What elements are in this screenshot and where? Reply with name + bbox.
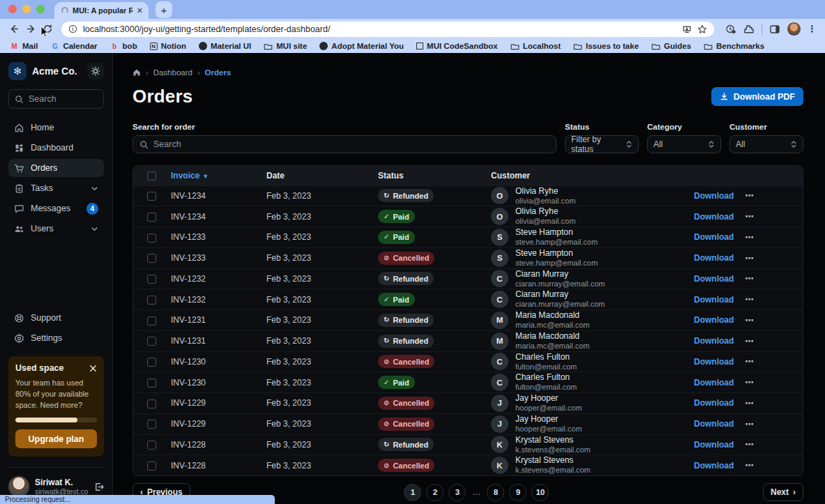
select-all-checkbox[interactable] [147,171,156,181]
bookmark-star-icon[interactable] [697,24,707,34]
row-checkbox[interactable] [147,234,156,243]
page-2-button[interactable]: 2 [426,484,444,501]
site-info-icon[interactable] [68,24,77,33]
more-actions-icon[interactable]: ⋯ [745,336,755,346]
row-checkbox[interactable] [147,379,156,388]
row-checkbox[interactable] [147,358,156,367]
forward-button[interactable] [22,21,39,38]
close-icon[interactable] [89,365,97,372]
sidebar-item-users[interactable]: Users [8,220,104,238]
download-pdf-button[interactable]: Download PDF [711,87,803,106]
upgrade-plan-button[interactable]: Upgrade plan [15,429,97,448]
privacy-icon[interactable] [725,24,736,35]
row-checkbox[interactable] [147,254,156,263]
bookmark-benchmarks[interactable]: Benchmarks [704,42,764,51]
more-actions-icon[interactable]: ⋯ [745,419,755,429]
sidebar-item-dashboard[interactable]: Dashboard [8,139,104,157]
download-link[interactable]: Download [694,295,734,305]
close-window-button[interactable] [8,5,17,13]
row-checkbox[interactable] [147,316,156,326]
download-link[interactable]: Download [694,274,734,284]
bookmark-localhost[interactable]: Localhost [510,42,561,51]
more-actions-icon[interactable]: ⋯ [745,232,755,243]
bookmark-notion[interactable]: NNotion [150,42,186,50]
more-actions-icon[interactable]: ⋯ [745,377,755,388]
row-checkbox[interactable] [147,213,156,222]
bookmark-bob[interactable]: bbob [110,42,137,51]
order-search-field[interactable] [133,135,557,153]
customer-filter-select[interactable]: All [729,135,803,153]
address-bar[interactable]: localhost:3000/joy-ui/getting-started/te… [61,22,714,37]
install-app-icon[interactable] [682,24,692,34]
more-actions-icon[interactable]: ⋯ [745,253,755,264]
status-filter-select[interactable]: Filter by status [565,135,639,153]
search-input[interactable] [29,94,98,104]
download-link[interactable]: Download [694,398,734,408]
download-link[interactable]: Download [694,212,734,222]
download-link[interactable]: Download [694,357,734,367]
bookmark-material-ui[interactable]: Material UI [199,42,251,50]
row-checkbox[interactable] [147,275,156,284]
page-9-button[interactable]: 9 [509,484,527,501]
sidebar-item-settings[interactable]: Settings [8,329,104,347]
page-10-button[interactable]: 10 [531,484,549,501]
download-link[interactable]: Download [694,461,734,471]
sidebar-item-support[interactable]: Support [8,309,104,327]
category-filter-select[interactable]: All [647,135,721,153]
next-page-button[interactable]: Next › [763,483,803,501]
order-search-input[interactable] [153,139,550,149]
sidebar-item-home[interactable]: Home [8,119,104,137]
tab-close-icon[interactable]: ✕ [137,7,143,15]
more-actions-icon[interactable]: ⋯ [745,439,755,450]
column-header-invoice[interactable]: Invoice▼ [167,166,262,185]
bookmark-mui-codesandbox[interactable]: MUI CodeSandbox [416,42,498,50]
row-checkbox[interactable] [147,337,156,346]
download-link[interactable]: Download [694,378,734,388]
more-actions-icon[interactable]: ⋯ [745,294,755,305]
new-tab-button[interactable]: + [156,1,172,18]
back-button[interactable] [6,21,22,38]
more-actions-icon[interactable]: ⋯ [745,190,755,201]
minimize-window-button[interactable] [22,5,31,13]
bookmark-guides[interactable]: Guides [651,42,691,51]
page-3-button[interactable]: 3 [448,484,466,501]
sidebar-item-orders[interactable]: Orders [8,159,104,177]
page-1-button[interactable]: 1 [404,484,421,501]
more-actions-icon[interactable]: ⋯ [745,315,755,326]
row-checkbox[interactable] [147,192,156,201]
bookmark-adopt-material-you[interactable]: Adopt Material You [319,42,404,50]
download-link[interactable]: Download [694,315,734,325]
breadcrumb-dashboard[interactable]: Dashboard [153,68,192,77]
download-link[interactable]: Download [694,232,734,242]
zoom-window-button[interactable] [36,5,45,13]
row-checkbox[interactable] [147,461,156,471]
row-checkbox[interactable] [147,420,156,429]
more-actions-icon[interactable]: ⋯ [745,460,755,471]
extensions-icon[interactable] [743,24,755,35]
page-8-button[interactable]: 8 [487,484,504,501]
download-link[interactable]: Download [694,253,734,263]
logout-icon[interactable] [93,482,104,492]
download-link[interactable]: Download [694,440,734,450]
theme-toggle-button[interactable] [87,63,104,79]
more-actions-icon[interactable]: ⋯ [745,211,755,222]
sidebar-item-messages[interactable]: Messages4 [8,199,104,217]
bookmark-mui-site[interactable]: MUI site [264,42,307,51]
more-actions-icon[interactable]: ⋯ [745,398,755,408]
row-checkbox[interactable] [147,441,156,450]
side-panel-icon[interactable] [769,24,780,35]
more-actions-icon[interactable]: ⋯ [745,356,755,367]
more-actions-icon[interactable]: ⋯ [745,273,755,284]
row-checkbox[interactable] [147,399,156,408]
bookmark-mail[interactable]: MMail [10,42,38,51]
sidebar-search[interactable] [8,89,104,109]
acme-logo-icon[interactable]: ✻ [8,62,27,80]
menu-kebab-icon[interactable]: ⋮ [808,24,817,34]
sidebar-item-tasks[interactable]: Tasks [8,179,104,197]
row-checkbox[interactable] [147,296,156,305]
profile-avatar[interactable] [787,22,801,36]
bookmark-issues-to-take[interactable]: Issues to take [573,42,639,51]
download-link[interactable]: Download [694,419,734,429]
download-link[interactable]: Download [694,191,734,201]
bookmark-calendar[interactable]: GCalendar [50,42,97,51]
